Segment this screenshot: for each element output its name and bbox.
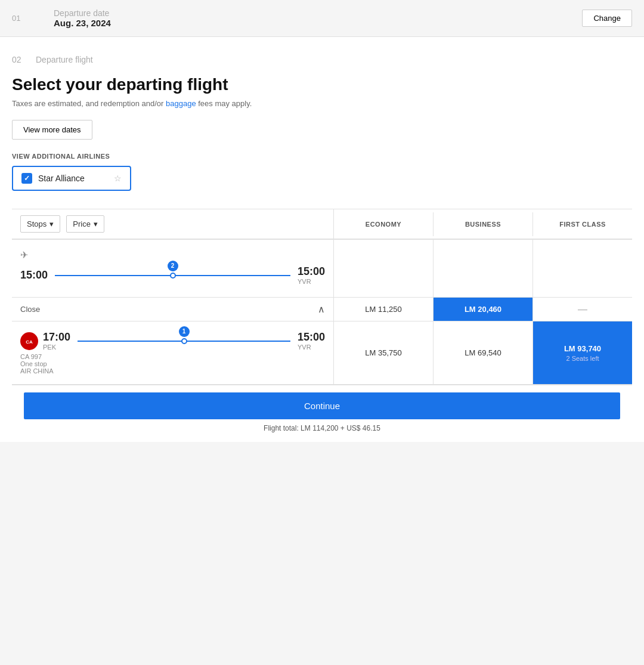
- flight-2-info: CA 17:00 PEK 1 15: [12, 321, 334, 384]
- flight-2-row: CA 17:00 PEK 1 15: [12, 321, 632, 385]
- filter-left: Stops ▾ Price ▾: [12, 209, 334, 239]
- flight-1-first-cell[interactable]: [533, 240, 632, 297]
- flight-2-economy-price: LM 35,750: [365, 348, 401, 357]
- change-button[interactable]: Change: [582, 10, 632, 27]
- air-china-logo: CA: [20, 332, 38, 350]
- economy-price-value: LM 11,250: [365, 305, 401, 314]
- flight-2-business-cell[interactable]: LM 69,540: [434, 321, 533, 384]
- subtitle-part1: Taxes are estimated, and redemption and/…: [12, 99, 163, 108]
- flight-2-line: 1: [78, 341, 290, 342]
- flight-1-arrive-airport: YVR: [298, 278, 325, 285]
- flight-2-meta: CA 997 One stop AIR CHINA: [20, 353, 325, 375]
- flight-2-business-price: LM 69,540: [465, 348, 501, 357]
- alliance-name: Star Alliance: [38, 174, 114, 183]
- flight-2-first-price: LM 93,740: [564, 344, 601, 353]
- svg-text:CA: CA: [26, 339, 33, 345]
- flight-1-line: 2: [55, 275, 290, 276]
- flight-1-arrive-time: 15:00: [298, 265, 325, 278]
- business-price-value: LM 20,460: [465, 305, 501, 314]
- checkbox-checked-icon: [21, 173, 32, 184]
- flight-1-first-price[interactable]: —: [533, 298, 632, 321]
- flights-table: ✈ 15:00 2 15:00 YVR: [12, 239, 632, 385]
- flight-2-number: CA 997: [20, 353, 42, 360]
- flight-2-seats-left: 2 Seats left: [564, 355, 601, 362]
- flight-1-business-cell[interactable]: [434, 240, 533, 297]
- airplane-icon: ✈: [20, 249, 28, 261]
- close-section: Close ∧: [12, 298, 334, 321]
- step-02-row: 02 Departure flight: [12, 49, 632, 64]
- flight-1-economy-cell[interactable]: [334, 240, 434, 297]
- departure-date-section: 01 Departure date Aug. 23, 2024 Change: [0, 0, 644, 37]
- step-02-label: Departure flight: [36, 55, 93, 64]
- flight-2-first-cell[interactable]: LM 93,740 2 Seats left: [533, 321, 632, 384]
- step-01-number: 01: [12, 14, 30, 23]
- view-more-dates-button[interactable]: View more dates: [12, 120, 92, 140]
- flight-2-times: CA 17:00 PEK 1 15: [20, 331, 325, 351]
- flight-1-depart-time: 15:00: [20, 269, 48, 282]
- flight-1-expanded-prices: LM 11,250 LM 20,460 —: [334, 298, 632, 321]
- flight-2-stops-badge: 1: [179, 326, 190, 337]
- flight-1-times: 15:00 2 15:00 YVR: [20, 265, 325, 285]
- close-arrow-icon: ∧: [318, 304, 325, 315]
- flight-total: Flight total: LM 114,200 + US$ 46.15: [24, 424, 620, 438]
- business-column-header: BUSINESS: [434, 212, 533, 236]
- flight-2-arrive-airport: YVR: [298, 344, 325, 351]
- flight-1-info: ✈ 15:00 2 15:00 YVR: [12, 240, 334, 297]
- baggage-link[interactable]: baggage: [166, 99, 196, 108]
- continue-button[interactable]: Continue: [24, 392, 620, 419]
- flight-1-business-price[interactable]: LM 20,460: [434, 298, 533, 321]
- flight-2-airline-name: AIR CHINA: [20, 367, 54, 375]
- step-02-number: 02: [12, 55, 36, 64]
- column-headers: ECONOMY BUSINESS FIRST CLASS: [334, 212, 632, 236]
- flight-2-prices: LM 35,750 LM 69,540 LM 93,740 2 Seats le…: [334, 321, 632, 384]
- continue-bar: Continue Flight total: LM 114,200 + US$ …: [12, 385, 632, 442]
- view-additional-airlines-label: VIEW ADDITIONAL AIRLINES: [12, 153, 632, 160]
- close-label[interactable]: Close: [20, 305, 40, 314]
- flight-2-economy-cell[interactable]: LM 35,750: [334, 321, 434, 384]
- departure-flight-section: 02 Departure flight Select your departin…: [0, 37, 644, 442]
- price-dropdown[interactable]: Price ▾: [66, 215, 104, 233]
- departure-date-label: Departure date: [54, 8, 111, 18]
- economy-column-header: ECONOMY: [334, 212, 434, 236]
- flight-1-prices-empty: [334, 240, 632, 297]
- flight-2-depart-airport: PEK: [43, 344, 70, 351]
- stops-label: Stops: [27, 219, 47, 228]
- star-icon: ☆: [114, 174, 122, 183]
- subtitle-text: Taxes are estimated, and redemption and/…: [12, 99, 632, 108]
- flight-1-row: ✈ 15:00 2 15:00 YVR: [12, 240, 632, 298]
- departure-date-value: Aug. 23, 2024: [54, 18, 111, 28]
- star-alliance-checkbox[interactable]: Star Alliance ☆: [12, 166, 131, 191]
- flight-1-economy-price[interactable]: LM 11,250: [334, 298, 434, 321]
- price-chevron-icon: ▾: [94, 219, 98, 228]
- price-label: Price: [73, 219, 91, 228]
- first-class-column-header: FIRST CLASS: [533, 212, 632, 236]
- flight-2-stops-label: One stop: [20, 360, 47, 367]
- close-row: Close ∧ LM 11,250 LM 20,460 —: [12, 298, 632, 321]
- flight-2-arrive-time: 15:00: [298, 331, 325, 344]
- page-title: Select your departing flight: [12, 75, 632, 94]
- stops-dropdown[interactable]: Stops ▾: [20, 215, 60, 233]
- first-price-dash: —: [578, 304, 587, 315]
- flight-1-stops-badge: 2: [168, 261, 178, 271]
- stops-chevron-icon: ▾: [49, 219, 54, 228]
- filter-bar: Stops ▾ Price ▾ ECONOMY BUSINESS FIRST C…: [12, 209, 632, 239]
- subtitle-part2: fees may apply.: [198, 99, 252, 108]
- flight-2-depart-time: 17:00: [43, 331, 70, 344]
